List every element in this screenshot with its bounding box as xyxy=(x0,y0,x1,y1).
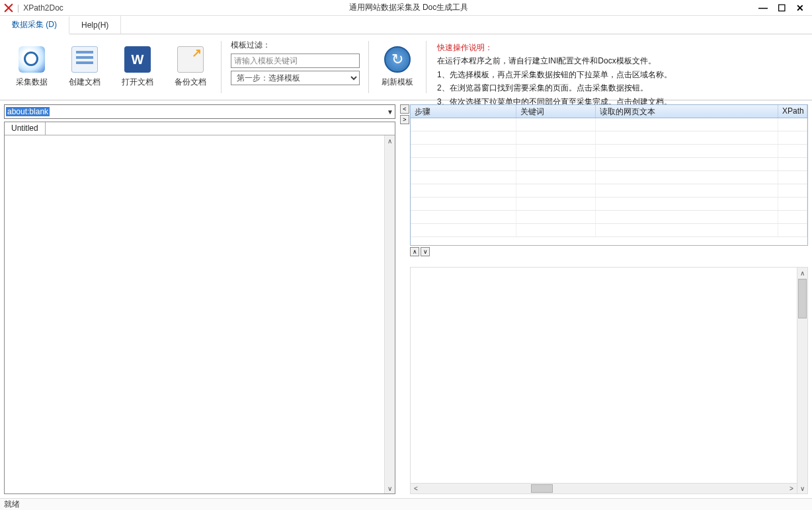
template-keyword-input[interactable] xyxy=(231,54,360,68)
collapse-right-button[interactable]: > xyxy=(400,115,409,124)
tab-help[interactable]: Help(H) xyxy=(69,16,121,34)
scroll-left-icon[interactable]: < xyxy=(411,484,421,493)
preview-vscroll[interactable]: ∧ ∨ xyxy=(797,268,807,493)
right-pane: 步骤 关键词 读取的网页文本 XPath ∧ ∨ ∧ xyxy=(410,100,812,498)
close-button[interactable]: ✕ xyxy=(791,1,809,15)
minimize-button[interactable]: — xyxy=(754,1,772,15)
status-text: 就绪 xyxy=(4,499,20,510)
address-bar[interactable]: about:blank ▼ xyxy=(4,104,395,119)
workspace: about:blank ▼ Untitled ∧ ∨ < > 步骤 关键词 读取… xyxy=(0,100,812,498)
address-dropdown-icon[interactable]: ▼ xyxy=(387,108,393,116)
grid-body xyxy=(411,118,807,237)
data-grid[interactable]: 步骤 关键词 读取的网页文本 XPath xyxy=(410,104,808,246)
tab-data-collect[interactable]: 数据采集 (D) xyxy=(0,17,69,34)
ribbon: 采集数据 创建文档 W 打开文档 备份文档 模板过滤： 第一步：选择模板 ↻ 刷… xyxy=(0,34,812,100)
app-name: XPath2Doc xyxy=(23,3,63,13)
ribbon-group-actions: 采集数据 创建文档 W 打开文档 备份文档 xyxy=(5,37,217,97)
splitter: < > xyxy=(399,100,410,498)
search-icon xyxy=(19,46,45,73)
browser-vscroll[interactable]: ∧ ∨ xyxy=(384,135,395,493)
template-filter-label: 模板过滤： xyxy=(231,40,359,51)
address-url: about:blank xyxy=(6,107,50,116)
backup-doc-button[interactable]: 备份文档 xyxy=(164,38,217,97)
preview-pane: ∧ ∨ < > xyxy=(410,267,808,494)
grid-header: 步骤 关键词 读取的网页文本 XPath xyxy=(411,105,807,118)
titlebar: | XPath2Doc 通用网站数据采集及 Doc生成工具 — ☐ ✕ xyxy=(0,0,812,16)
backup-icon xyxy=(177,46,204,73)
grid-nav: ∧ ∨ xyxy=(410,247,808,256)
scroll-down-icon[interactable]: ∨ xyxy=(797,483,807,493)
browser-tabhost: Untitled ∧ ∨ xyxy=(4,122,395,494)
titlebar-divider: | xyxy=(17,3,19,13)
browser-tab[interactable]: Untitled xyxy=(5,122,46,135)
grid-col-keyword[interactable]: 关键词 xyxy=(516,105,596,118)
preview-hscroll[interactable]: < > xyxy=(411,483,797,493)
collapse-left-button[interactable]: < xyxy=(400,104,409,114)
ribbon-separator xyxy=(368,41,369,93)
scroll-thumb[interactable] xyxy=(531,484,553,493)
refresh-icon: ↻ xyxy=(384,46,411,73)
ribbon-template-group: 模板过滤： 第一步：选择模板 xyxy=(225,37,364,97)
ribbon-separator xyxy=(426,41,426,93)
refresh-template-button[interactable]: ↻ 刷新模板 xyxy=(373,37,422,97)
scroll-up-icon[interactable]: ∧ xyxy=(797,268,807,278)
collect-data-button[interactable]: 采集数据 xyxy=(5,38,58,97)
create-doc-label: 创建文档 xyxy=(69,77,101,88)
backup-doc-label: 备份文档 xyxy=(175,77,206,88)
ribbon-help-panel: 快速操作说明： 在运行本程序之前，请自行建立INI配置文件和Docx模板文件。 … xyxy=(430,37,678,97)
help-line: 1、先选择模板，再点开采集数据按钮的下拉菜单，点击区域名称。 xyxy=(437,68,672,81)
grid-col-text[interactable]: 读取的网页文本 xyxy=(596,105,778,118)
scroll-down-icon[interactable]: ∨ xyxy=(385,483,395,493)
template-select[interactable]: 第一步：选择模板 xyxy=(231,71,360,85)
open-doc-label: 打开文档 xyxy=(122,77,153,88)
menubar: 数据采集 (D) Help(H) xyxy=(0,16,812,34)
maximize-button[interactable]: ☐ xyxy=(772,1,791,15)
scroll-up-icon[interactable]: ∧ xyxy=(385,135,395,146)
open-doc-button[interactable]: W 打开文档 xyxy=(111,38,164,97)
refresh-template-label: 刷新模板 xyxy=(382,77,413,88)
grid-up-button[interactable]: ∧ xyxy=(410,247,419,256)
document-icon xyxy=(71,46,98,73)
word-icon: W xyxy=(124,46,151,73)
grid-col-step[interactable]: 步骤 xyxy=(411,105,516,118)
window-controls: — ☐ ✕ xyxy=(754,1,809,15)
window-title: 通用网站数据采集及 Doc生成工具 xyxy=(63,2,754,13)
collect-data-label: 采集数据 xyxy=(16,77,48,88)
left-pane: about:blank ▼ Untitled ∧ ∨ xyxy=(0,100,399,498)
create-doc-button[interactable]: 创建文档 xyxy=(58,38,111,97)
grid-down-button[interactable]: ∨ xyxy=(421,247,430,256)
grid-col-xpath[interactable]: XPath xyxy=(778,105,807,118)
statusbar: 就绪 xyxy=(0,498,812,510)
scroll-right-icon[interactable]: > xyxy=(786,484,797,493)
help-line: 2、在浏览器窗口找到需要采集的页面。点击采集数据按钮。 xyxy=(437,81,672,94)
help-line: 在运行本程序之前，请自行建立INI配置文件和Docx模板文件。 xyxy=(437,54,672,67)
scroll-thumb[interactable] xyxy=(798,279,807,318)
ribbon-separator xyxy=(221,41,222,93)
help-title: 快速操作说明： xyxy=(437,41,672,54)
app-icon xyxy=(4,3,13,13)
browser-tabstrip: Untitled xyxy=(5,122,395,135)
